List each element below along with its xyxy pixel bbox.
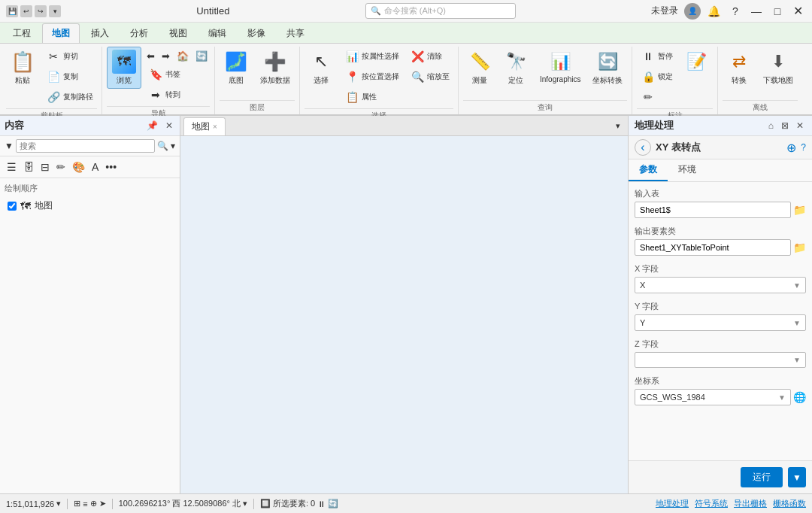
- locate-button[interactable]: 🔭 定位: [499, 47, 532, 89]
- coord-sys-label: 坐标系: [635, 375, 806, 387]
- geo-add-button[interactable]: ⊕: [786, 141, 796, 155]
- sidebar-pin-icon[interactable]: 📌: [144, 120, 160, 132]
- download-map-button[interactable]: ⬇ 下载地图: [759, 47, 798, 89]
- command-search[interactable]: 🔍 命令搜索 (Alt+Q): [365, 3, 516, 19]
- tab-share[interactable]: 共享: [277, 23, 314, 43]
- input-table-folder-icon[interactable]: 📁: [793, 204, 806, 216]
- status-tab-symbol[interactable]: 符号系统: [695, 498, 728, 509]
- user-avatar[interactable]: 👤: [684, 3, 701, 20]
- maximize-button[interactable]: □: [770, 4, 785, 19]
- nav-icon3[interactable]: ⊕: [90, 499, 97, 508]
- tab-project[interactable]: 工程: [3, 23, 41, 43]
- status-tab-geoprocessing[interactable]: 地理处理: [656, 498, 689, 509]
- map-tab[interactable]: 地图 ×: [183, 117, 226, 135]
- help-icon[interactable]: ?: [728, 4, 743, 19]
- cut-button[interactable]: ✂ 剪切: [42, 47, 97, 66]
- map-canvas[interactable]: [180, 136, 628, 493]
- geo-close-icon[interactable]: ✕: [794, 120, 806, 132]
- output-feature-folder-icon[interactable]: 📁: [793, 241, 806, 253]
- sidebar-edit-icon[interactable]: ✏: [54, 159, 68, 175]
- minimize-button[interactable]: —: [749, 4, 764, 19]
- markup-big-button[interactable]: 📝: [680, 47, 713, 77]
- sidebar-label-icon[interactable]: A: [89, 159, 101, 175]
- copy-button[interactable]: 📄 复制: [42, 67, 97, 87]
- x-field-select[interactable]: X ▼: [635, 277, 806, 293]
- geo-tab-params[interactable]: 参数: [629, 159, 668, 181]
- copy-path-button[interactable]: 🔗 复制路径: [42, 87, 97, 107]
- browse-button[interactable]: 🗺 浏览: [107, 47, 141, 89]
- coords-dropdown[interactable]: ▾: [243, 499, 247, 508]
- layer-item[interactable]: 🗺 地图: [5, 197, 175, 214]
- sidebar-filter2-icon[interactable]: ⊟: [38, 159, 52, 175]
- select-by-loc-button[interactable]: 📍 按位置选择: [341, 67, 403, 87]
- run-arrow-button[interactable]: ▼: [788, 467, 806, 487]
- coord-sys-globe-icon[interactable]: 🌐: [793, 391, 806, 403]
- z-field-select[interactable]: ▼: [635, 352, 806, 368]
- sidebar-more-btn[interactable]: •••: [103, 159, 119, 175]
- geo-help-icon[interactable]: ?: [801, 142, 806, 153]
- nav-icon1[interactable]: ⊞: [74, 499, 80, 508]
- tab-imagery[interactable]: 影像: [238, 23, 275, 43]
- geo-back-button[interactable]: ‹: [635, 139, 651, 156]
- paste-button[interactable]: 📋 粘贴: [6, 47, 39, 89]
- sidebar-db-icon[interactable]: 🗄: [21, 159, 36, 175]
- nav-icon2[interactable]: ≡: [83, 499, 87, 508]
- ribbon-toolbar: 📋 粘贴 ✂ 剪切 📄 复制 🔗 复制路径 剪贴板: [0, 44, 812, 116]
- tab-view[interactable]: 视图: [159, 23, 197, 43]
- undo-icon[interactable]: ↩: [20, 5, 32, 17]
- nav-home-button[interactable]: 🏠: [174, 48, 191, 64]
- coord-sys-select[interactable]: GCS_WGS_1984 ▼: [635, 389, 791, 405]
- tab-analysis[interactable]: 分析: [120, 23, 158, 43]
- measure-button[interactable]: 📏 测量: [463, 47, 496, 89]
- sidebar-search-input[interactable]: [16, 139, 155, 153]
- tab-edit[interactable]: 编辑: [198, 23, 236, 43]
- sidebar-close-icon[interactable]: ✕: [163, 120, 175, 132]
- nav-forward-button[interactable]: ➡: [159, 48, 172, 64]
- zoomto-button[interactable]: 🔍 缩放至: [406, 67, 453, 87]
- layer-checkbox[interactable]: [8, 202, 17, 211]
- output-feature-input[interactable]: [635, 239, 791, 256]
- status-tab-grid-calc[interactable]: 栅格函数: [773, 498, 806, 509]
- sidebar-symbol-icon[interactable]: 🎨: [70, 159, 87, 175]
- sidebar-more-icon[interactable]: ▾: [171, 141, 175, 151]
- coord-transform-button[interactable]: 🔄 坐标转换: [588, 47, 627, 89]
- nav-back-button[interactable]: ⬅: [144, 48, 157, 64]
- nav-icon4[interactable]: ➤: [99, 499, 106, 508]
- nav-sync-button[interactable]: 🔄: [193, 48, 210, 64]
- pause-status-icon[interactable]: ⏸: [317, 499, 326, 508]
- close-button[interactable]: ✕: [791, 4, 806, 19]
- map-tab-dropdown[interactable]: ▾: [611, 119, 625, 133]
- goto-button[interactable]: ➡ 转到: [144, 85, 210, 105]
- bookmark-button[interactable]: 🔖 书签: [144, 65, 210, 84]
- attribute-button[interactable]: 📋 属性: [341, 87, 403, 107]
- tab-map[interactable]: 地图: [42, 23, 80, 43]
- more-icon[interactable]: ▾: [49, 5, 61, 17]
- transform-button[interactable]: ⇄ 转换: [723, 47, 756, 89]
- run-button[interactable]: 运行: [741, 467, 783, 487]
- input-table-input[interactable]: [635, 202, 791, 218]
- geo-tab-env[interactable]: 环境: [668, 159, 707, 181]
- geo-pin-icon[interactable]: ⌂: [766, 120, 776, 132]
- redo-icon[interactable]: ↪: [35, 5, 47, 17]
- pause-button[interactable]: ⏸ 暂停: [637, 47, 677, 66]
- markup-edit-button[interactable]: ✏: [637, 87, 677, 107]
- y-field-select[interactable]: Y ▼: [635, 314, 806, 331]
- bell-icon[interactable]: 🔔: [707, 4, 722, 19]
- geo-popout-icon[interactable]: ⊠: [779, 120, 791, 132]
- select-by-attr-button[interactable]: 📊 按属性选择: [341, 47, 403, 66]
- select-button[interactable]: ↖ 选择: [304, 47, 338, 89]
- sidebar-list-icon[interactable]: ☰: [5, 159, 19, 175]
- clear-button[interactable]: ❌ 清除: [406, 47, 453, 66]
- save-icon[interactable]: 💾: [6, 5, 18, 17]
- measure-icon: 📏: [468, 50, 492, 74]
- sidebar-search-icon[interactable]: 🔍: [157, 141, 168, 151]
- basemap-button[interactable]: 🗾 底图: [220, 47, 253, 89]
- scale-dropdown[interactable]: ▾: [56, 499, 61, 508]
- infographics-button[interactable]: 📊 Infographics: [535, 47, 585, 87]
- refresh-status-icon[interactable]: 🔄: [328, 499, 338, 508]
- add-data-button[interactable]: ➕ 添加数据: [256, 47, 295, 89]
- tab-insert[interactable]: 插入: [81, 23, 119, 43]
- lock-button[interactable]: 🔒 锁定: [637, 67, 677, 87]
- map-tab-close[interactable]: ×: [213, 123, 217, 131]
- status-tab-export-table[interactable]: 导出栅格: [734, 498, 767, 509]
